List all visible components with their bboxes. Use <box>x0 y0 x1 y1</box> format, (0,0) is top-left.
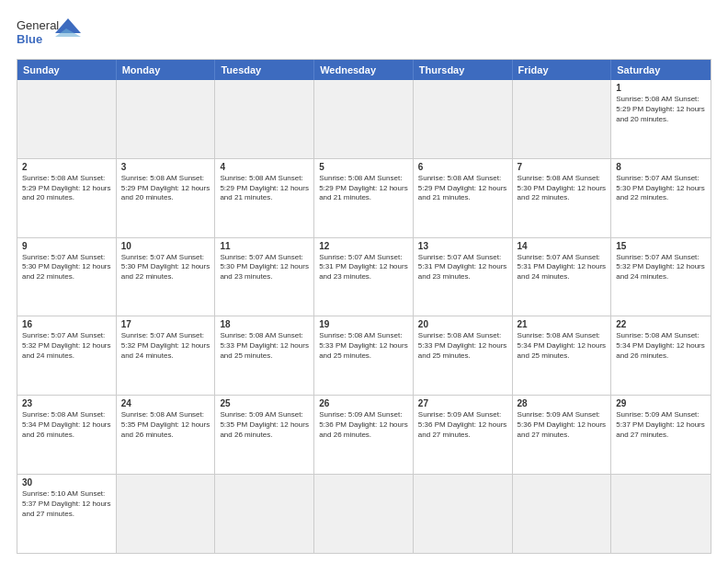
day-info: Sunrise: 5:10 AM Sunset: 5:37 PM Dayligh… <box>22 489 111 519</box>
day-info: Sunrise: 5:07 AM Sunset: 5:31 PM Dayligh… <box>418 253 507 282</box>
calendar: SundayMondayTuesdayWednesdayThursdayFrid… <box>17 59 711 554</box>
day-info: Sunrise: 5:07 AM Sunset: 5:32 PM Dayligh… <box>121 331 210 361</box>
logo-svg: General Blue <box>17 17 81 50</box>
day-number: 27 <box>418 398 507 408</box>
calendar-row: 2Sunrise: 5:08 AM Sunset: 5:29 PM Daylig… <box>17 158 711 237</box>
day-of-week-header: Thursday <box>414 60 513 80</box>
calendar-cell: 22Sunrise: 5:08 AM Sunset: 5:34 PM Dayli… <box>611 316 711 395</box>
calendar-cell: 29Sunrise: 5:09 AM Sunset: 5:37 PM Dayli… <box>611 396 711 474</box>
day-info: Sunrise: 5:07 AM Sunset: 5:30 PM Dayligh… <box>22 253 111 282</box>
day-number: 22 <box>616 319 706 329</box>
calendar-cell: 1Sunrise: 5:08 AM Sunset: 5:29 PM Daylig… <box>611 80 711 158</box>
calendar-cell <box>513 475 612 553</box>
day-info: Sunrise: 5:08 AM Sunset: 5:30 PM Dayligh… <box>518 174 607 203</box>
day-number: 25 <box>220 398 309 408</box>
day-number: 26 <box>319 398 408 408</box>
calendar-cell: 16Sunrise: 5:07 AM Sunset: 5:32 PM Dayli… <box>17 316 117 395</box>
day-of-week-header: Monday <box>117 60 216 80</box>
day-info: Sunrise: 5:08 AM Sunset: 5:33 PM Dayligh… <box>319 331 408 361</box>
day-info: Sunrise: 5:07 AM Sunset: 5:32 PM Dayligh… <box>616 253 706 282</box>
day-number: 1 <box>616 83 706 93</box>
day-number: 5 <box>319 162 408 172</box>
calendar-cell: 25Sunrise: 5:09 AM Sunset: 5:35 PM Dayli… <box>215 396 314 474</box>
calendar-cell: 28Sunrise: 5:09 AM Sunset: 5:36 PM Dayli… <box>513 396 612 474</box>
day-info: Sunrise: 5:08 AM Sunset: 5:29 PM Dayligh… <box>121 174 210 203</box>
calendar-cell: 12Sunrise: 5:07 AM Sunset: 5:31 PM Dayli… <box>314 238 414 316</box>
calendar-cell <box>215 475 314 553</box>
day-of-week-header: Tuesday <box>215 60 314 80</box>
day-number: 3 <box>121 162 210 172</box>
day-info: Sunrise: 5:08 AM Sunset: 5:35 PM Dayligh… <box>121 410 210 440</box>
calendar-body: 1Sunrise: 5:08 AM Sunset: 5:29 PM Daylig… <box>17 80 711 553</box>
day-info: Sunrise: 5:09 AM Sunset: 5:36 PM Dayligh… <box>418 410 507 440</box>
day-info: Sunrise: 5:08 AM Sunset: 5:29 PM Dayligh… <box>319 174 408 203</box>
calendar-cell: 26Sunrise: 5:09 AM Sunset: 5:36 PM Dayli… <box>314 396 414 474</box>
svg-text:General: General <box>17 18 59 32</box>
day-number: 18 <box>220 319 309 329</box>
day-number: 10 <box>121 241 210 251</box>
day-number: 23 <box>22 398 111 408</box>
calendar-cell <box>611 475 711 553</box>
day-info: Sunrise: 5:07 AM Sunset: 5:30 PM Dayligh… <box>220 253 309 282</box>
day-number: 12 <box>319 241 408 251</box>
day-info: Sunrise: 5:08 AM Sunset: 5:33 PM Dayligh… <box>220 331 309 361</box>
day-number: 13 <box>418 241 507 251</box>
calendar-row: 16Sunrise: 5:07 AM Sunset: 5:32 PM Dayli… <box>17 316 711 395</box>
day-info: Sunrise: 5:07 AM Sunset: 5:30 PM Dayligh… <box>121 253 210 282</box>
day-number: 24 <box>121 398 210 408</box>
calendar-row: 1Sunrise: 5:08 AM Sunset: 5:29 PM Daylig… <box>17 80 711 158</box>
header: General Blue <box>17 17 711 50</box>
day-number: 7 <box>518 162 607 172</box>
calendar-row: 30Sunrise: 5:10 AM Sunset: 5:37 PM Dayli… <box>17 474 711 553</box>
calendar-cell: 15Sunrise: 5:07 AM Sunset: 5:32 PM Dayli… <box>611 238 711 316</box>
calendar-cell: 11Sunrise: 5:07 AM Sunset: 5:30 PM Dayli… <box>215 238 314 316</box>
day-info: Sunrise: 5:08 AM Sunset: 5:34 PM Dayligh… <box>616 331 706 361</box>
calendar-cell <box>314 475 414 553</box>
calendar-cell: 6Sunrise: 5:08 AM Sunset: 5:29 PM Daylig… <box>414 159 513 237</box>
calendar-cell <box>314 80 414 158</box>
day-info: Sunrise: 5:08 AM Sunset: 5:34 PM Dayligh… <box>518 331 607 361</box>
calendar-cell <box>414 475 513 553</box>
calendar-cell: 18Sunrise: 5:08 AM Sunset: 5:33 PM Dayli… <box>215 316 314 395</box>
day-number: 6 <box>418 162 507 172</box>
day-info: Sunrise: 5:07 AM Sunset: 5:31 PM Dayligh… <box>319 253 408 282</box>
day-number: 28 <box>518 398 607 408</box>
calendar-cell: 21Sunrise: 5:08 AM Sunset: 5:34 PM Dayli… <box>513 316 612 395</box>
calendar-cell: 4Sunrise: 5:08 AM Sunset: 5:29 PM Daylig… <box>215 159 314 237</box>
calendar-cell: 14Sunrise: 5:07 AM Sunset: 5:31 PM Dayli… <box>513 238 612 316</box>
day-info: Sunrise: 5:07 AM Sunset: 5:31 PM Dayligh… <box>518 253 607 282</box>
calendar-cell: 5Sunrise: 5:08 AM Sunset: 5:29 PM Daylig… <box>314 159 414 237</box>
calendar-cell <box>513 80 612 158</box>
calendar-cell: 24Sunrise: 5:08 AM Sunset: 5:35 PM Dayli… <box>117 396 216 474</box>
calendar-cell <box>17 80 117 158</box>
day-info: Sunrise: 5:09 AM Sunset: 5:36 PM Dayligh… <box>319 410 408 440</box>
calendar-cell: 13Sunrise: 5:07 AM Sunset: 5:31 PM Dayli… <box>414 238 513 316</box>
day-of-week-header: Sunday <box>17 60 117 80</box>
calendar-cell: 17Sunrise: 5:07 AM Sunset: 5:32 PM Dayli… <box>117 316 216 395</box>
day-of-week-header: Friday <box>513 60 612 80</box>
calendar-row: 23Sunrise: 5:08 AM Sunset: 5:34 PM Dayli… <box>17 395 711 474</box>
day-number: 19 <box>319 319 408 329</box>
calendar-row: 9Sunrise: 5:07 AM Sunset: 5:30 PM Daylig… <box>17 237 711 316</box>
calendar-cell: 19Sunrise: 5:08 AM Sunset: 5:33 PM Dayli… <box>314 316 414 395</box>
calendar-cell: 27Sunrise: 5:09 AM Sunset: 5:36 PM Dayli… <box>414 396 513 474</box>
day-info: Sunrise: 5:08 AM Sunset: 5:29 PM Dayligh… <box>220 174 309 203</box>
svg-text:Blue: Blue <box>17 32 42 46</box>
day-number: 4 <box>220 162 309 172</box>
day-of-week-header: Wednesday <box>314 60 414 80</box>
calendar-cell: 9Sunrise: 5:07 AM Sunset: 5:30 PM Daylig… <box>17 238 117 316</box>
calendar-cell: 23Sunrise: 5:08 AM Sunset: 5:34 PM Dayli… <box>17 396 117 474</box>
day-info: Sunrise: 5:08 AM Sunset: 5:29 PM Dayligh… <box>418 174 507 203</box>
calendar-cell: 30Sunrise: 5:10 AM Sunset: 5:37 PM Dayli… <box>17 475 117 553</box>
day-number: 8 <box>616 162 706 172</box>
calendar-cell <box>215 80 314 158</box>
logo: General Blue <box>17 17 81 50</box>
calendar-cell <box>117 475 216 553</box>
day-info: Sunrise: 5:07 AM Sunset: 5:30 PM Dayligh… <box>616 174 706 203</box>
calendar-cell: 8Sunrise: 5:07 AM Sunset: 5:30 PM Daylig… <box>611 159 711 237</box>
day-number: 2 <box>22 162 111 172</box>
day-number: 20 <box>418 319 507 329</box>
day-number: 17 <box>121 319 210 329</box>
day-number: 9 <box>22 241 111 251</box>
calendar-cell <box>414 80 513 158</box>
